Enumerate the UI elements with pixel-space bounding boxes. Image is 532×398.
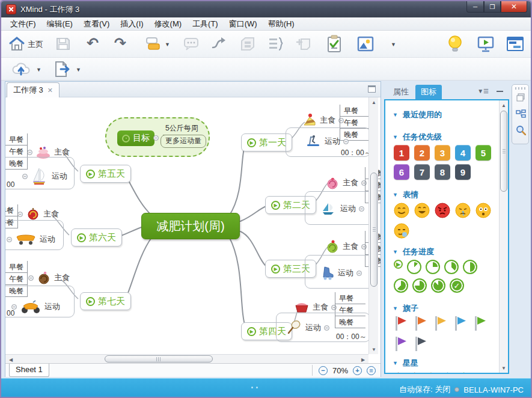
- priority-3-icon[interactable]: 3: [435, 145, 450, 161]
- meal-breakfast[interactable]: 早餐: [335, 292, 365, 304]
- cloud-upload-button[interactable]: [11, 61, 31, 77]
- day7-food-topic[interactable]: − 主食: [28, 271, 70, 285]
- scroll-down-icon[interactable]: ▼: [370, 345, 378, 354]
- meal-breakfast[interactable]: 早餐: [340, 105, 370, 117]
- central-topic[interactable]: 减肥计划(周): [141, 213, 240, 239]
- home-label[interactable]: 主页: [28, 39, 43, 50]
- flag-green-icon[interactable]: [473, 315, 487, 332]
- flag-yellow-icon[interactable]: [433, 315, 447, 332]
- image-caret-icon[interactable]: ▼: [391, 41, 396, 47]
- day3-food-topic[interactable]: 主食 −: [325, 239, 367, 254]
- progress-1-2-icon[interactable]: [463, 260, 477, 274]
- emoji-sleepy-icon[interactable]: [394, 223, 409, 239]
- zoom-out-button[interactable]: −: [319, 366, 328, 375]
- priority-7-icon[interactable]: 7: [414, 164, 430, 180]
- workbook-tab[interactable]: 工作簿 3 ✕: [7, 82, 60, 97]
- section-recent[interactable]: ▼ 最近使用的: [393, 109, 442, 120]
- menu-modify[interactable]: 修改(M): [149, 17, 188, 31]
- task-button[interactable]: [326, 35, 342, 53]
- meal-breakfast[interactable]: 早餐: [5, 204, 17, 216]
- topic-day5[interactable]: ▶第五天: [80, 165, 131, 183]
- cloud-caret-icon[interactable]: ▼: [36, 67, 41, 73]
- close-button[interactable]: ✕: [501, 1, 527, 13]
- title-bar[interactable]: XMind - 工作簿 3 ─ ❐ ✕: [1, 1, 531, 17]
- day4-food-topic[interactable]: 主食 −: [294, 301, 337, 314]
- home-button[interactable]: [8, 35, 25, 52]
- day6-sport-topic[interactable]: − 运动: [7, 232, 55, 246]
- insert-topic-button[interactable]: [144, 36, 161, 52]
- section-star[interactable]: ▼ 星星: [393, 358, 418, 369]
- topic-day7[interactable]: ▶第七天: [80, 292, 131, 310]
- day5-sport-topic[interactable]: − 运动: [22, 167, 67, 186]
- vertical-scroll-thumb[interactable]: [370, 173, 378, 287]
- tab-icons[interactable]: 图标: [415, 85, 442, 99]
- emoji-cry-icon[interactable]: [455, 203, 471, 218]
- menu-insert[interactable]: 插入(I): [115, 17, 148, 31]
- day2-sport-topic[interactable]: 运动 −: [320, 201, 364, 216]
- day7-sport-topic[interactable]: − 运动: [11, 299, 60, 314]
- meal-lunch[interactable]: 午餐: [5, 273, 27, 285]
- meal-lunch[interactable]: 午餐: [340, 117, 370, 129]
- progress-start-icon[interactable]: ▶: [394, 260, 403, 269]
- tab-close-icon[interactable]: ✕: [47, 87, 53, 94]
- tab-properties[interactable]: 属性: [388, 85, 414, 99]
- zoom-level[interactable]: 70%: [332, 366, 348, 375]
- progress-done-icon[interactable]: ✓: [450, 278, 464, 293]
- priority-9-icon[interactable]: 9: [455, 164, 471, 180]
- day1-food-topic[interactable]: 主食 −: [302, 113, 344, 127]
- priority-1-icon[interactable]: 1: [394, 145, 409, 161]
- menu-file[interactable]: 文件(F): [5, 17, 41, 31]
- collapse-icon[interactable]: −: [17, 212, 23, 217]
- zoom-in-button[interactable]: +: [353, 366, 362, 375]
- scroll-up-icon[interactable]: ▲: [500, 101, 508, 109]
- day4-time[interactable]: 00：00～: [336, 332, 367, 342]
- priority-4-icon[interactable]: 4: [455, 145, 471, 161]
- topic-day1[interactable]: ▶第一天: [241, 133, 292, 152]
- section-flag[interactable]: ▼ 旗子: [393, 303, 418, 314]
- maximize-button[interactable]: ❐: [484, 1, 501, 13]
- emoji-laugh-icon[interactable]: [414, 203, 430, 218]
- menu-window[interactable]: 窗口(W): [224, 17, 263, 31]
- save-button[interactable]: [55, 36, 71, 52]
- export-button[interactable]: [53, 61, 71, 78]
- goal-note-1[interactable]: 5公斤每周: [163, 123, 201, 135]
- canvas-vertical-scrollbar[interactable]: ▲ ▼: [368, 97, 378, 354]
- gantt-button[interactable]: [506, 35, 524, 52]
- day3-sport-topic[interactable]: 运动 −: [320, 265, 362, 281]
- star-yellow-icon[interactable]: ★: [427, 371, 436, 374]
- collapse-icon[interactable]: −: [22, 174, 28, 179]
- priority-8-icon[interactable]: 8: [435, 164, 450, 180]
- statusbar-handle-icon[interactable]: [251, 387, 258, 388]
- section-progress[interactable]: ▼ 任务进度: [393, 246, 434, 257]
- flag-blue-icon[interactable]: [453, 315, 467, 332]
- boundary-button[interactable]: [239, 36, 256, 52]
- idea-button[interactable]: [447, 35, 463, 53]
- flag-black-icon[interactable]: [414, 335, 427, 352]
- sheet1-tab[interactable]: Sheet 1: [9, 364, 49, 377]
- menu-view[interactable]: 查看(V): [78, 17, 115, 31]
- emoji-smile-icon[interactable]: [394, 203, 409, 218]
- minimize-button[interactable]: ─: [466, 1, 484, 13]
- maximize-editor-icon[interactable]: [368, 85, 376, 93]
- relationship-button[interactable]: [210, 36, 228, 52]
- outline-view-button[interactable]: [515, 109, 526, 120]
- panel-scrollbar[interactable]: ▲ ▼: [499, 100, 508, 373]
- redo-button[interactable]: ↷: [114, 36, 126, 51]
- scroll-right-icon[interactable]: ▶: [359, 355, 367, 364]
- menu-tools[interactable]: 工具(T): [187, 17, 224, 31]
- progress-7-8-icon[interactable]: [431, 278, 445, 293]
- priority-2-icon[interactable]: 2: [414, 145, 430, 161]
- collapse-icon[interactable]: −: [356, 271, 362, 276]
- collapse-icon[interactable]: −: [359, 206, 364, 212]
- day1-time[interactable]: 00：00～: [341, 148, 371, 158]
- flag-orange-icon[interactable]: [414, 315, 427, 332]
- flag-purple-icon[interactable]: [394, 335, 408, 352]
- export-caret-icon[interactable]: ▼: [76, 67, 81, 73]
- star-red-icon[interactable]: ★: [394, 371, 403, 374]
- gripper-icon[interactable]: [515, 87, 526, 90]
- collapse-icon[interactable]: −: [343, 139, 349, 144]
- collapse-icon[interactable]: −: [28, 275, 34, 281]
- panel-scroll-thumb[interactable]: [500, 111, 507, 192]
- collapse-icon[interactable]: −: [324, 325, 329, 331]
- section-priority[interactable]: ▼ 任务优先级: [393, 132, 442, 142]
